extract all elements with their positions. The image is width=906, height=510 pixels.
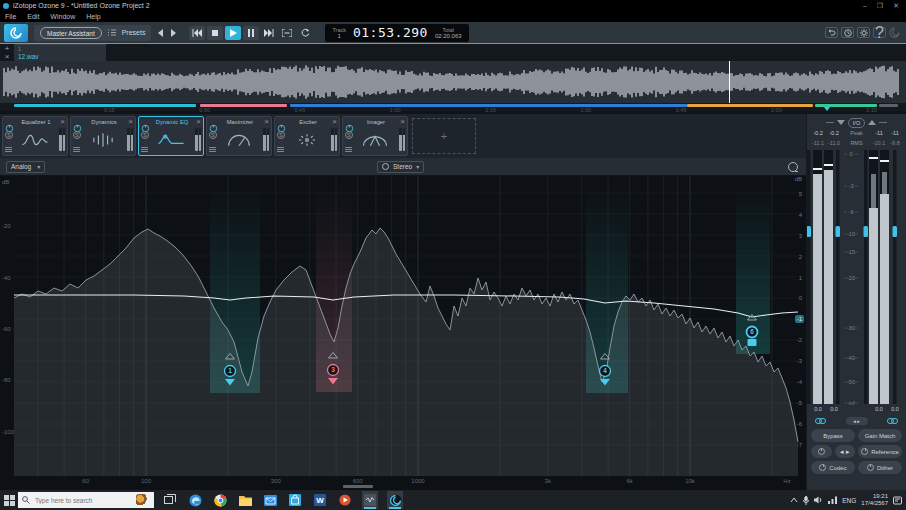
module-card-dynamics[interactable]: Dynamics×S [70,116,136,156]
module-solo-button[interactable]: S [209,131,217,139]
module-card-maximizer[interactable]: Maximizer×S [206,116,272,156]
preset-list-icon[interactable] [108,29,116,36]
module-solo-button[interactable]: S [141,131,149,139]
gain-match-button[interactable]: Gain Match [858,429,902,442]
close-tab-button[interactable]: × [5,53,10,61]
module-title[interactable]: Dynamic EQ [151,119,193,125]
module-solo-button[interactable]: S [73,131,81,139]
audio-app-icon[interactable] [362,491,378,509]
playhead[interactable] [729,61,730,103]
play-button[interactable] [225,26,241,40]
taskbar-search[interactable] [18,492,154,508]
module-close-icon[interactable]: × [128,117,133,126]
tray-chevron-up-icon[interactable] [790,497,798,503]
timeline-marker[interactable] [824,107,830,111]
module-menu-icon[interactable] [277,147,284,152]
menu-help[interactable]: Help [86,13,100,20]
module-close-icon[interactable]: × [196,117,201,126]
menu-edit[interactable]: Edit [27,13,39,20]
tab-active[interactable]: 1 12.wav [14,44,106,61]
close-button[interactable]: ✕ [893,2,899,10]
skip-back-button[interactable] [189,26,205,40]
input-fader-r[interactable] [836,226,841,237]
output-link-icon[interactable] [887,418,898,424]
skip-forward-button[interactable] [261,26,277,40]
module-menu-icon[interactable] [345,147,352,152]
band-listen-icon[interactable] [788,162,798,172]
freq-scrollbar-thumb[interactable] [343,485,373,488]
presets-menu[interactable]: Presets [122,29,146,36]
dither-button[interactable]: Dither [858,461,902,474]
settings-gear-icon[interactable] [857,27,870,38]
menu-window[interactable]: Window [50,13,75,20]
module-menu-icon[interactable] [5,147,12,152]
reference-button[interactable]: Reference [858,445,902,458]
output-fader-l[interactable] [864,226,869,237]
mail-icon[interactable] [262,491,278,509]
module-close-icon[interactable]: × [400,117,405,126]
maximize-button[interactable]: ❐ [877,2,883,10]
monitor-button[interactable] [811,445,832,458]
minimize-button[interactable]: – [863,2,867,10]
module-solo-button[interactable]: S [345,131,353,139]
help-icon[interactable]: ? [873,27,886,38]
input-fader-l[interactable] [807,226,811,237]
speaker-icon[interactable] [814,496,823,504]
module-close-icon[interactable]: × [60,117,65,126]
search-input[interactable] [33,496,133,505]
bypass-button[interactable]: Bypass [811,429,855,442]
eq-mode-dropdown[interactable]: Analog ▾ [6,161,45,173]
level-meters[interactable]: 0-3-6-10-15-20-30-40-50-inf [807,148,906,406]
task-view-icon[interactable] [162,491,178,509]
file-explorer-icon[interactable] [237,491,253,509]
module-menu-icon[interactable] [73,147,80,152]
timeline-segment-4[interactable] [687,104,813,107]
module-title[interactable]: Dynamics [83,119,125,125]
timeline-segment-2[interactable] [200,104,287,107]
module-title[interactable]: Maximizer [219,119,261,125]
edge-icon[interactable] [187,491,203,509]
module-close-icon[interactable]: × [332,117,337,126]
timeline-segment-6[interactable] [879,104,898,107]
timeline[interactable]: 0:150:300:451:001:151:301:452:002:15 [0,103,906,114]
module-menu-icon[interactable] [209,147,216,152]
waveform-overview[interactable] [0,61,906,103]
preset-prev-button[interactable] [157,29,164,37]
io-toggle[interactable]: I/O [848,118,865,128]
module-solo-button[interactable]: S [277,131,285,139]
pause-button[interactable] [243,26,259,40]
store-icon[interactable] [287,491,303,509]
module-card-dynamic-eq[interactable]: Dynamic EQ×S [138,116,204,156]
module-title[interactable]: Imager [355,119,397,125]
chrome-icon[interactable] [212,491,228,509]
master-assistant-button[interactable]: Master Assistant [40,27,102,39]
input-link-icon[interactable] [815,418,826,424]
output-triangle-icon[interactable] [868,120,876,125]
start-button[interactable] [0,495,18,506]
codec-button[interactable]: Codec [811,461,855,474]
module-menu-icon[interactable] [141,147,148,152]
output-fader-r[interactable] [893,226,898,237]
module-title[interactable]: Exciter [287,119,329,125]
loop-button[interactable] [297,26,313,40]
word-icon[interactable]: W [312,491,328,509]
module-card-equalizer-1[interactable]: Equalizer 1×S [2,116,68,156]
ozone-app-icon[interactable] [387,491,403,509]
module-title[interactable]: Equalizer 1 [15,119,57,125]
input-triangle-icon[interactable] [837,120,845,125]
notification-center-icon[interactable] [893,496,902,505]
media-app-icon[interactable] [337,491,353,509]
meter-options-toggle[interactable]: ◂ ▸ [846,417,868,425]
taskbar-clock[interactable]: 19:21 17/4/2567 [861,493,888,507]
history-icon[interactable] [841,27,854,38]
loop-region-button[interactable] [279,26,295,40]
microphone-icon[interactable] [803,496,809,505]
network-icon[interactable] [828,496,837,504]
add-module-slot[interactable]: + [412,118,476,154]
menu-file[interactable]: File [5,13,16,20]
undo-icon[interactable] [825,27,838,38]
eq-graph[interactable]: 1346 dB-20-40-60-80-100 dB543210-1-2-3-4… [0,176,806,476]
module-card-imager[interactable]: Imager×S [342,116,408,156]
language-indicator[interactable]: ENG [842,497,856,504]
module-close-icon[interactable]: × [264,117,269,126]
